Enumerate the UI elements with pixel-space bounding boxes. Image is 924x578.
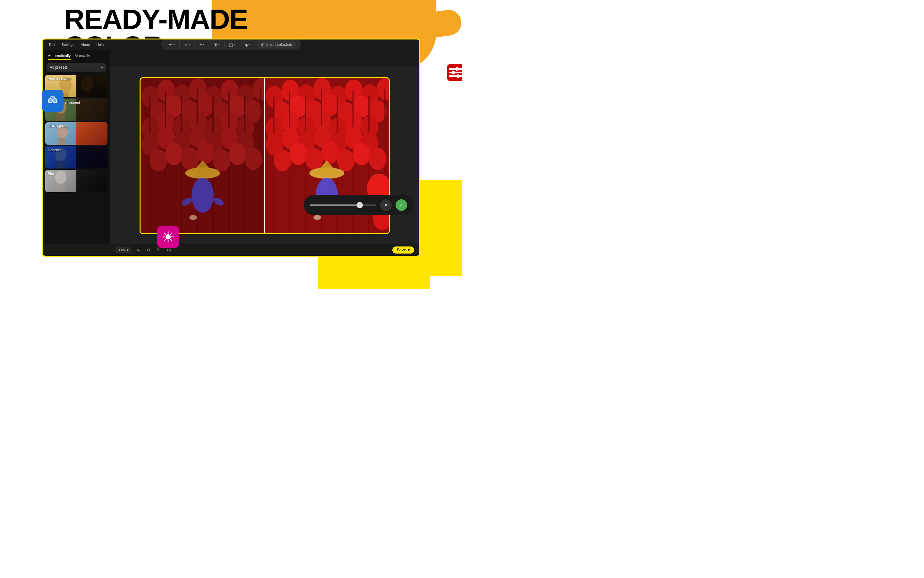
sun-icon: [162, 231, 175, 243]
svg-point-10: [55, 170, 66, 184]
healing-tool-btn[interactable]: ✳ ▾: [182, 41, 193, 49]
adjust-settings-btn[interactable]: [447, 64, 462, 81]
svg-point-50: [149, 149, 167, 171]
undo-icon: ↺: [147, 247, 151, 253]
svg-point-119: [49, 99, 52, 102]
sidebar: Adjust Automatically Manually All preset…: [43, 39, 110, 244]
invert-selection-btn[interactable]: ◎ Invert selection: [257, 41, 296, 48]
selection-icon: ⬚: [229, 42, 233, 47]
svg-point-107: [369, 148, 386, 170]
slider-track[interactable]: [310, 205, 376, 206]
preset-label-auto-correction: Auto correction: [48, 77, 71, 81]
svg-point-120: [53, 99, 57, 102]
svg-rect-86: [273, 97, 275, 233]
preset-label-denoise: Denoise: [48, 148, 61, 152]
slider-fill: [310, 205, 360, 206]
svg-point-121: [51, 97, 54, 100]
svg-point-106: [353, 143, 370, 165]
svg-line-129: [171, 233, 172, 235]
svg-rect-9: [56, 161, 65, 169]
svg-rect-35: [149, 97, 151, 233]
preset-denoise[interactable]: Denoise: [45, 146, 107, 169]
undo-btn[interactable]: ↺: [145, 246, 152, 254]
preset-hdr-lighting[interactable]: HDR lighting: [45, 122, 107, 145]
check-icon: ✓: [399, 203, 403, 208]
fill-tool-btn[interactable]: ◈ ▾: [242, 41, 253, 49]
svg-rect-7: [58, 138, 65, 145]
svg-point-62: [189, 215, 197, 220]
tab-automatically[interactable]: Automatically: [48, 54, 71, 60]
tab-manually[interactable]: Manually: [75, 54, 90, 60]
menu-edit[interactable]: Edit: [47, 42, 58, 47]
preset-thumb-right-denoise: [76, 146, 107, 169]
menu-help[interactable]: Help: [94, 42, 106, 47]
invert-icon: ◎: [261, 42, 264, 47]
svg-point-53: [197, 141, 215, 164]
fill-dropdown-icon: ▾: [249, 43, 251, 46]
fill-icon: ◈: [245, 42, 248, 47]
hero-line1: READY-MADE: [64, 6, 248, 33]
selection-tool-btn[interactable]: ⬚ ▾: [227, 41, 238, 49]
preset-blur[interactable]: Blur: [45, 170, 107, 192]
svg-point-51: [165, 143, 183, 165]
slider-control: ✕ ✓: [304, 195, 413, 215]
preset-thumb-right-enhancement: [76, 99, 107, 121]
bottom-actions: Save ▾: [392, 247, 414, 253]
preset-label-blur: Blur: [48, 172, 54, 175]
svg-line-127: [164, 233, 166, 235]
mirror-icon: ⇔: [136, 247, 140, 253]
transform-tool-btn[interactable]: ⊞ ▾: [211, 41, 222, 49]
zoom-control[interactable]: 11% ▾: [115, 247, 132, 253]
lasso-dropdown-icon: ▾: [203, 43, 204, 46]
svg-point-122: [165, 234, 171, 239]
svg-point-103: [305, 148, 323, 170]
menu-about[interactable]: About: [78, 42, 93, 47]
selection-dropdown-icon: ▾: [234, 43, 235, 46]
svg-rect-37: [181, 95, 182, 233]
preset-label-hdr-lighting: HDR lighting: [48, 124, 68, 128]
affinity-icon: [46, 94, 59, 107]
separator6: [255, 41, 255, 48]
lasso-icon: ⌖: [199, 42, 202, 47]
preset-dropdown[interactable]: All presets ▾: [47, 63, 106, 71]
pen-dropdown-icon: ▾: [173, 43, 175, 46]
mirror-btn[interactable]: ⇔: [135, 246, 142, 254]
preset-thumb-right-hdr: [76, 122, 107, 145]
svg-point-52: [181, 148, 199, 170]
more-icon: •••: [167, 247, 172, 253]
close-icon: ✕: [384, 203, 388, 208]
svg-point-101: [274, 149, 291, 171]
svg-point-56: [245, 148, 262, 170]
chevron-down-icon: ▾: [101, 65, 103, 70]
svg-point-54: [213, 149, 230, 171]
app-icon-blue[interactable]: [42, 90, 63, 112]
app-icon-pink[interactable]: [157, 226, 179, 248]
menu-settings[interactable]: Settings: [59, 42, 77, 47]
separator4: [224, 41, 225, 48]
sidebar-tabs: Automatically Manually: [43, 54, 110, 60]
svg-rect-88: [305, 95, 306, 233]
slider-close-btn[interactable]: ✕: [380, 199, 392, 211]
invert-label: Invert selection: [266, 42, 292, 47]
svg-rect-11: [56, 183, 65, 192]
redo-icon: ↻: [157, 247, 161, 253]
healing-dropdown-icon: ▾: [189, 43, 190, 46]
svg-rect-39: [212, 97, 214, 233]
slider-confirm-btn[interactable]: ✓: [396, 199, 407, 211]
separator1: [179, 41, 180, 48]
svg-point-104: [321, 141, 339, 164]
lasso-tool-btn[interactable]: ⌖ ▾: [197, 41, 207, 49]
save-label: Save: [397, 248, 406, 252]
transform-icon: ⊞: [214, 42, 217, 47]
pen-tool-btn[interactable]: ✒ ▾: [166, 41, 177, 49]
save-dropdown-icon: ▾: [408, 248, 410, 252]
slider-thumb[interactable]: [357, 202, 363, 208]
save-btn[interactable]: Save ▾: [392, 247, 414, 253]
dropdown-label: All presets: [50, 65, 68, 70]
svg-point-55: [229, 143, 246, 165]
svg-point-102: [289, 143, 307, 165]
compare-divider: [264, 78, 265, 233]
image-left-panel: [141, 78, 265, 233]
svg-point-134: [455, 67, 459, 71]
healing-icon: ✳: [184, 42, 188, 47]
